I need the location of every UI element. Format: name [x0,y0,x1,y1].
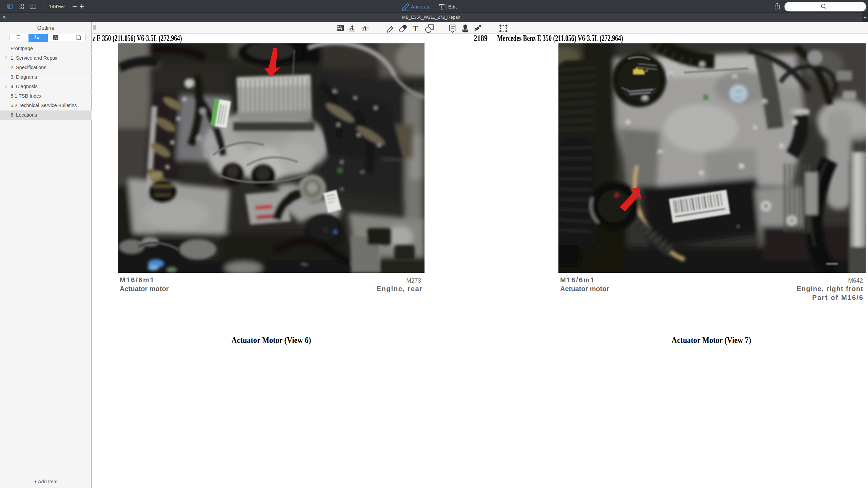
svg-text:Annotate: Annotate [411,4,431,9]
svg-text:144%: 144% [49,3,62,9]
svg-text:A: A [338,25,342,32]
svg-text:A: A [350,24,354,31]
svg-text:A: A [362,25,367,32]
svg-text:T: T [413,24,418,33]
svg-text:A: A [54,35,57,40]
svg-text:Edit: Edit [448,4,457,9]
